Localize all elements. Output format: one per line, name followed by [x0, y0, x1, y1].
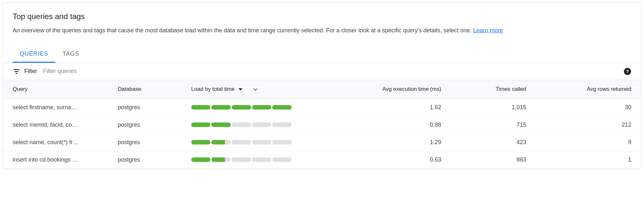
tabs: QUERIES TAGS [3, 46, 641, 63]
load-cell [185, 151, 332, 168]
column-database[interactable]: Database [111, 80, 185, 99]
load-segment [272, 140, 292, 144]
avg-exec-cell: 1.29 [332, 133, 448, 151]
load-segment [272, 157, 292, 162]
header-section: Top queries and tags An overview of the … [3, 3, 641, 36]
filter-label: Filter [24, 68, 37, 75]
query-cell[interactable]: select memid, facid, co… [3, 116, 111, 133]
column-load-label: Load by total time [191, 86, 235, 92]
times-called-cell: 423 [448, 133, 533, 151]
load-bar [191, 105, 292, 110]
query-cell[interactable]: select firstname, surna… [3, 99, 111, 116]
load-segment [232, 157, 251, 162]
load-cell [185, 99, 332, 116]
filter-row: Filter ? [3, 63, 641, 80]
load-segment [252, 122, 272, 127]
avg-rows-cell: 1 [533, 151, 641, 168]
avg-rows-cell: 30 [533, 99, 641, 116]
table-header-row: Query Database Load by total time [3, 80, 641, 99]
load-segment [272, 105, 292, 110]
database-cell: postgres [111, 133, 185, 151]
load-bar [191, 157, 292, 162]
svg-text:?: ? [626, 69, 629, 74]
load-cell [185, 133, 332, 151]
times-called-cell: 863 [448, 151, 533, 168]
table-row[interactable]: select memid, facid, co…postgres0.887152… [3, 116, 641, 133]
load-segment [252, 105, 272, 110]
load-segment [191, 105, 211, 110]
column-load[interactable]: Load by total time [185, 80, 332, 99]
times-called-cell: 1,015 [448, 99, 533, 116]
arrow-down-icon [252, 85, 259, 93]
database-cell: postgres [111, 116, 185, 133]
avg-rows-cell: 212 [533, 116, 641, 133]
database-cell: postgres [111, 151, 185, 168]
page-description: An overview of the queries and tags that… [13, 26, 631, 36]
top-queries-card: Top queries and tags An overview of the … [3, 3, 641, 169]
table-row[interactable]: insert into cd.bookings …postgres0.63863… [3, 151, 641, 168]
load-cell [185, 116, 332, 133]
learn-more-link[interactable]: Learn more [473, 27, 503, 34]
query-cell[interactable]: select name, count(*) fr… [3, 133, 111, 151]
filter-input[interactable] [43, 68, 624, 75]
help-icon[interactable]: ? [624, 68, 631, 75]
load-segment [211, 122, 231, 127]
queries-table: Query Database Load by total time [3, 80, 641, 169]
load-segment [211, 105, 231, 110]
times-called-cell: 715 [448, 116, 533, 133]
description-text: An overview of the queries and tags that… [13, 27, 473, 34]
svg-rect-1 [15, 71, 18, 72]
filter-icon [13, 68, 20, 75]
svg-rect-0 [14, 69, 19, 70]
load-segment [191, 140, 211, 144]
tab-tags[interactable]: TAGS [55, 46, 86, 63]
load-segment [272, 122, 292, 127]
avg-exec-cell: 1.62 [332, 99, 448, 116]
load-bar [191, 122, 292, 127]
svg-rect-2 [16, 73, 17, 74]
load-segment [211, 157, 231, 162]
column-query[interactable]: Query [3, 80, 111, 99]
column-avg-exec[interactable]: Avg execution time (ms) [332, 80, 448, 99]
page-title: Top queries and tags [13, 12, 631, 21]
chevron-down-icon [239, 88, 242, 90]
load-segment [191, 122, 211, 127]
load-segment [211, 140, 231, 144]
avg-exec-cell: 0.63 [332, 151, 448, 168]
table-row[interactable]: select firstname, surna…postgres1.621,01… [3, 99, 641, 116]
load-segment [232, 122, 251, 127]
column-times-called[interactable]: Times called [448, 80, 533, 99]
load-segment [232, 105, 251, 110]
avg-exec-cell: 0.88 [332, 116, 448, 133]
table-row[interactable]: select name, count(*) fr…postgres1.29423… [3, 133, 641, 151]
load-segment [232, 140, 251, 144]
load-segment [252, 140, 272, 144]
load-segment [252, 157, 272, 162]
database-cell: postgres [111, 99, 185, 116]
load-segment [191, 157, 211, 162]
column-avg-rows[interactable]: Avg rows returned [533, 80, 641, 99]
query-cell[interactable]: insert into cd.bookings … [3, 151, 111, 168]
load-bar [191, 140, 292, 144]
avg-rows-cell: 9 [533, 133, 641, 151]
tab-queries[interactable]: QUERIES [13, 46, 55, 63]
